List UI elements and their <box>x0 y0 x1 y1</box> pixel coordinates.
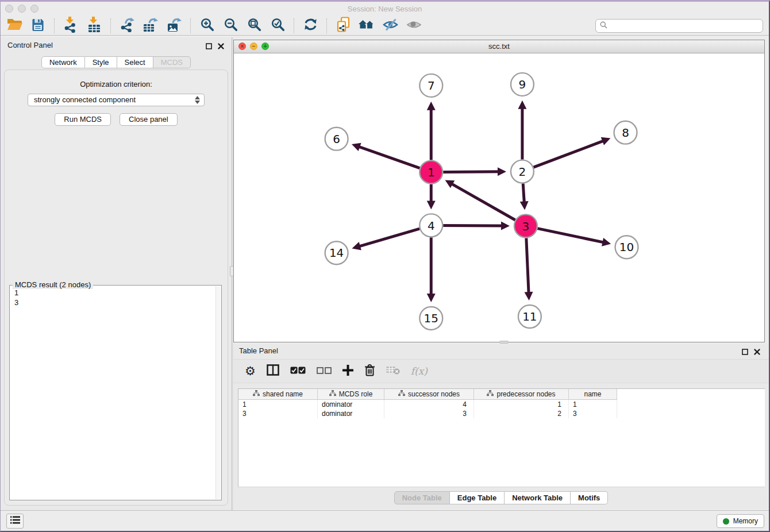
network-graph: 1234678910111415 <box>234 53 764 342</box>
edge-1-6[interactable] <box>359 147 419 168</box>
tab-select[interactable]: Select <box>117 56 153 68</box>
export-network-button[interactable] <box>117 17 137 34</box>
edge-1-2[interactable] <box>443 172 499 172</box>
table-tab-node-table[interactable]: Node Table <box>394 491 450 504</box>
zoom-out-button[interactable] <box>220 17 241 34</box>
import-table-button[interactable] <box>84 17 105 34</box>
import-network-button[interactable] <box>60 17 81 34</box>
edge-3-11[interactable] <box>526 238 529 293</box>
zoom-fit-button[interactable] <box>244 17 264 34</box>
tab-network[interactable]: Network <box>41 56 85 68</box>
edge-2-8[interactable] <box>534 141 604 167</box>
table-tab-motifs[interactable]: Motifs <box>571 491 608 504</box>
edge-4-14[interactable] <box>359 229 419 246</box>
save-session-button[interactable] <box>28 17 48 34</box>
minimize-window-button[interactable] <box>18 5 26 13</box>
edge-arrowhead <box>427 294 436 302</box>
column-header-label: MCDS role <box>339 390 373 398</box>
toolbar-separator <box>190 18 191 33</box>
network-minimize-button[interactable]: − <box>250 43 257 50</box>
task-history-button[interactable] <box>6 514 24 529</box>
tab-style[interactable]: Style <box>85 56 117 68</box>
show-columns-icon[interactable] <box>267 364 279 378</box>
zoom-in-button[interactable] <box>197 17 217 34</box>
network-window-titlebar[interactable]: × − + scc.txt <box>234 40 764 53</box>
graph-node-label: 8 <box>622 126 629 140</box>
column-header-shared-name[interactable]: shared name <box>238 389 318 400</box>
refresh-button[interactable] <box>300 17 321 34</box>
graph-node-label: 3 <box>522 219 530 233</box>
create-column-icon[interactable] <box>342 365 353 378</box>
select-all-columns-icon[interactable] <box>290 366 306 376</box>
delete-columns-icon[interactable] <box>364 364 375 379</box>
float-panel-icon[interactable] <box>742 347 748 357</box>
close-panel-button[interactable]: Close panel <box>120 113 178 126</box>
window-controls <box>5 5 38 13</box>
table-cell[interactable]: 4 <box>384 400 474 409</box>
clone-network-button[interactable] <box>333 17 353 34</box>
window-title: Session: New Session <box>1 2 769 16</box>
close-window-button[interactable] <box>5 5 13 13</box>
hide-selected-button[interactable] <box>380 17 401 34</box>
zoom-selected-button[interactable] <box>267 17 288 34</box>
show-all-button[interactable] <box>403 17 424 34</box>
export-table-button[interactable] <box>140 17 161 34</box>
column-header-MCDS-role[interactable]: MCDS role <box>318 389 384 400</box>
export-network-icon <box>120 17 135 34</box>
table-cell[interactable]: 2 <box>474 409 569 418</box>
export-image-button[interactable] <box>164 17 184 34</box>
eye-icon <box>406 17 422 34</box>
table-cell[interactable]: 3 <box>238 409 318 418</box>
table-tab-edge-table[interactable]: Edge Table <box>450 491 505 504</box>
column-header-successor-nodes[interactable]: successor nodes <box>384 389 474 400</box>
column-header-name[interactable]: name <box>569 389 617 400</box>
network-canvas[interactable]: 1234678910111415 <box>234 53 764 342</box>
column-header-label: shared name <box>263 390 303 398</box>
clone-network-icon <box>336 17 351 35</box>
save-disk-icon <box>31 18 45 33</box>
open-session-button[interactable] <box>4 17 25 34</box>
criterion-select[interactable]: strongly connected component <box>28 94 205 106</box>
table-row[interactable]: 1dominator411 <box>238 400 765 409</box>
result-scrollbar[interactable] <box>215 286 221 499</box>
delete-table-icon[interactable] <box>386 365 400 377</box>
edge-3-10[interactable] <box>537 229 603 242</box>
shared-column-icon <box>487 390 494 398</box>
edge-arrowhead <box>602 238 611 246</box>
table-cell[interactable]: 3 <box>569 409 617 418</box>
table-tabs: Node TableEdge TableNetwork TableMotifs <box>233 491 769 504</box>
table-tab-network-table[interactable]: Network Table <box>505 491 571 504</box>
main-toolbar <box>1 16 769 36</box>
first-neighbors-button[interactable] <box>356 17 377 34</box>
graph-node-label: 4 <box>428 219 435 233</box>
tab-mcds[interactable]: MCDS <box>153 56 191 68</box>
edge-2-3[interactable] <box>523 183 524 202</box>
table-cell[interactable]: dominator <box>318 400 384 409</box>
table-mode-gear-icon[interactable]: ⚙ <box>245 365 256 377</box>
float-panel-icon[interactable] <box>206 41 212 52</box>
function-builder-icon[interactable]: f(x) <box>411 365 428 377</box>
zoom-window-button[interactable] <box>30 5 38 13</box>
search-input[interactable] <box>610 20 763 32</box>
memory-button[interactable]: Memory <box>717 514 764 528</box>
unselect-all-columns-icon[interactable] <box>317 366 332 376</box>
graph-node-label: 2 <box>519 165 526 179</box>
search-field[interactable] <box>595 19 763 33</box>
network-maximize-button[interactable]: + <box>261 43 269 50</box>
network-close-button[interactable]: × <box>238 43 246 50</box>
table-cell[interactable]: dominator <box>318 409 384 418</box>
close-panel-icon[interactable] <box>754 347 760 357</box>
mcds-result-lines[interactable]: 1 3 <box>10 286 221 310</box>
control-panel: Control Panel NetworkStyleSelectMCDS Opt… <box>1 37 232 510</box>
table-cell[interactable]: 1 <box>238 400 318 409</box>
run-mcds-button[interactable]: Run MCDS <box>55 113 111 126</box>
close-panel-icon[interactable] <box>218 41 224 52</box>
edge-3-1[interactable] <box>452 184 515 220</box>
table-cell[interactable]: 3 <box>384 409 474 418</box>
table-cell[interactable]: 1 <box>474 400 569 409</box>
table-cell[interactable]: 1 <box>569 400 617 409</box>
table-row[interactable]: 3dominator323 <box>238 409 765 418</box>
column-header-predecessor-nodes[interactable]: predecessor nodes <box>474 389 569 400</box>
edge-4-3[interactable] <box>443 225 502 226</box>
window-titlebar: Session: New Session <box>1 2 769 16</box>
